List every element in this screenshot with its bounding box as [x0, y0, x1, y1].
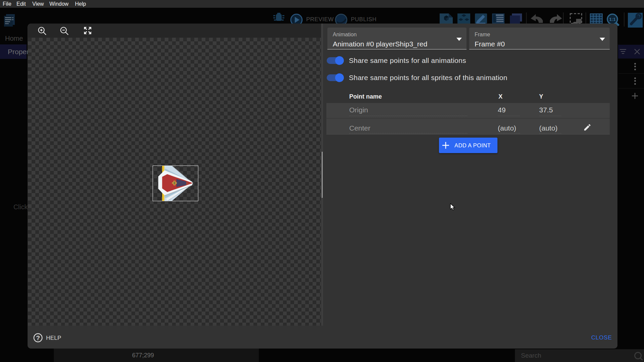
svg-text:1:1: 1:1: [609, 17, 616, 22]
svg-text:?: ?: [36, 334, 40, 341]
